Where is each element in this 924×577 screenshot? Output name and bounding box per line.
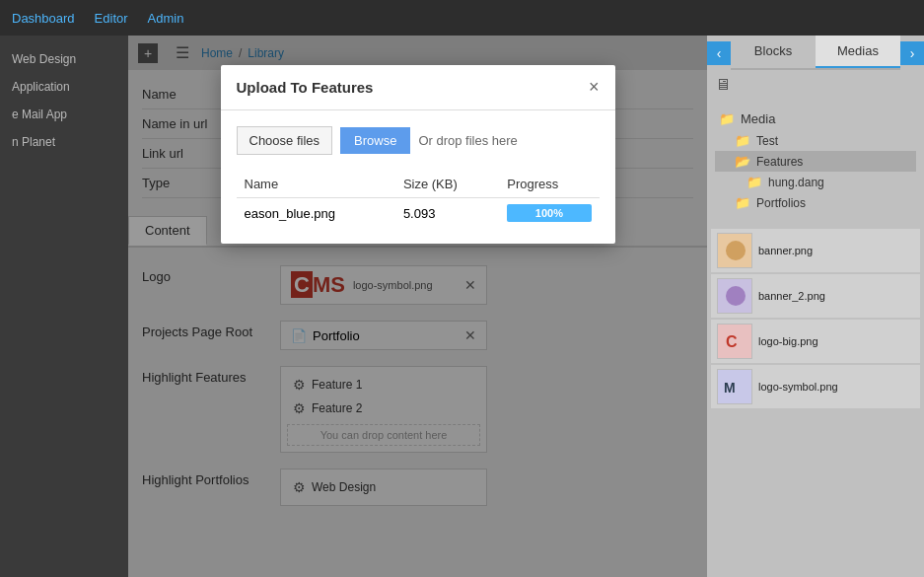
tree-item-features[interactable]: 📂 Features <box>715 151 916 172</box>
modal-overlay: Upload To Features × Choose files Browse… <box>128 36 707 577</box>
center-content: + ☰ Home / Library Name Name in url Link… <box>128 36 707 577</box>
folder-icon-portfolios: 📁 <box>735 195 750 210</box>
svg-text:C: C <box>726 333 738 350</box>
col-progress: Progress <box>499 171 599 198</box>
modal-body: Choose files Browse Or drop files here N… <box>221 110 615 244</box>
thumb-banner <box>717 233 752 268</box>
choose-files-button[interactable]: Choose files <box>237 126 333 155</box>
media-folder-icon: 📁 <box>719 111 735 126</box>
nav-dashboard[interactable]: Dashboard <box>12 11 75 26</box>
left-sidebar: Web Design Application e Mail App n Plan… <box>0 36 128 577</box>
col-size: Size (KB) <box>395 171 499 198</box>
media-tree: 📁 Media 📁 Test 📂 Features 📁 hung.dang 📁 … <box>707 100 924 221</box>
thumb-logo-big: C <box>717 324 752 359</box>
media-thumbs: banner.png banner_2.png C logo-big.png M… <box>707 225 924 412</box>
media-root: 📁 Media <box>715 108 916 130</box>
tree-item-hung-dang[interactable]: 📁 hung.dang <box>715 172 916 192</box>
right-tab-medias[interactable]: Medias <box>816 36 900 68</box>
sidebar-item-web-design[interactable]: Web Design <box>0 45 128 73</box>
modal-header: Upload To Features × <box>221 65 615 110</box>
monitor-icon: 🖥 <box>715 76 731 93</box>
folder-icon-hung-dang: 📁 <box>746 175 762 189</box>
sidebar-item-n-planet[interactable]: n Planet <box>0 128 128 156</box>
thumb-name-banner2: banner_2.png <box>758 290 825 302</box>
media-thumb-logo-symbol[interactable]: M logo-symbol.png <box>711 365 920 408</box>
main-layout: Web Design Application e Mail App n Plan… <box>0 36 924 577</box>
nav-admin[interactable]: Admin <box>148 11 184 26</box>
sidebar-item-application[interactable]: Application <box>0 73 128 101</box>
media-thumb-banner[interactable]: banner.png <box>711 229 920 272</box>
folder-icon-features: 📂 <box>735 154 750 169</box>
upload-controls: Choose files Browse Or drop files here <box>237 126 600 155</box>
right-panel: ‹ Blocks Medias › 🖥 📁 Media 📁 Test 📂 Fe <box>707 36 924 577</box>
thumb-name-logo-symbol: logo-symbol.png <box>758 381 838 393</box>
upload-modal: Upload To Features × Choose files Browse… <box>221 65 615 244</box>
tree-label-test: Test <box>756 134 778 148</box>
tree-label-hung-dang: hung.dang <box>768 176 824 189</box>
tree-label-portfolios: Portfolios <box>756 196 806 210</box>
svg-point-3 <box>726 286 746 306</box>
tree-item-test[interactable]: 📁 Test <box>715 130 916 151</box>
arrow-left-button[interactable]: ‹ <box>707 41 731 65</box>
thumb-logo-symbol: M <box>717 369 752 404</box>
top-navigation: Dashboard Editor Admin <box>0 0 924 36</box>
media-root-label: Media <box>741 111 775 126</box>
nav-editor[interactable]: Editor <box>95 11 128 26</box>
svg-point-1 <box>726 241 746 260</box>
monitor-area: 🖥 <box>707 70 924 100</box>
modal-title: Upload To Features <box>237 79 374 96</box>
thumb-name-banner: banner.png <box>758 245 813 256</box>
table-row: eason_blue.png 5.093 100% <box>237 198 600 229</box>
file-name: eason_blue.png <box>237 198 395 229</box>
folder-icon-test: 📁 <box>735 133 750 148</box>
col-name: Name <box>237 171 395 198</box>
sidebar-item-mail-app[interactable]: e Mail App <box>0 101 128 128</box>
browse-button[interactable]: Browse <box>340 127 410 154</box>
file-progress: 100% <box>499 198 599 229</box>
modal-close-button[interactable]: × <box>589 77 600 98</box>
progress-bar-fill: 100% <box>507 204 591 222</box>
right-panel-top: ‹ Blocks Medias › <box>707 36 924 70</box>
arrow-right-button[interactable]: › <box>900 41 924 65</box>
svg-text:M: M <box>724 380 736 396</box>
tree-label-features: Features <box>756 155 803 169</box>
tree-item-portfolios[interactable]: 📁 Portfolios <box>715 192 916 213</box>
media-thumb-banner2[interactable]: banner_2.png <box>711 274 920 318</box>
progress-bar-container: 100% <box>507 204 591 222</box>
drop-text: Or drop files here <box>418 133 517 148</box>
file-size: 5.093 <box>395 198 499 229</box>
thumb-name-logo-big: logo-big.png <box>758 335 818 347</box>
upload-table: Name Size (KB) Progress eason_blue.png 5… <box>237 171 600 228</box>
media-thumb-logo-big[interactable]: C logo-big.png <box>711 320 920 363</box>
right-panel-tabs: Blocks Medias <box>731 36 900 70</box>
thumb-banner-2 <box>717 278 752 314</box>
right-tab-blocks[interactable]: Blocks <box>731 36 816 68</box>
